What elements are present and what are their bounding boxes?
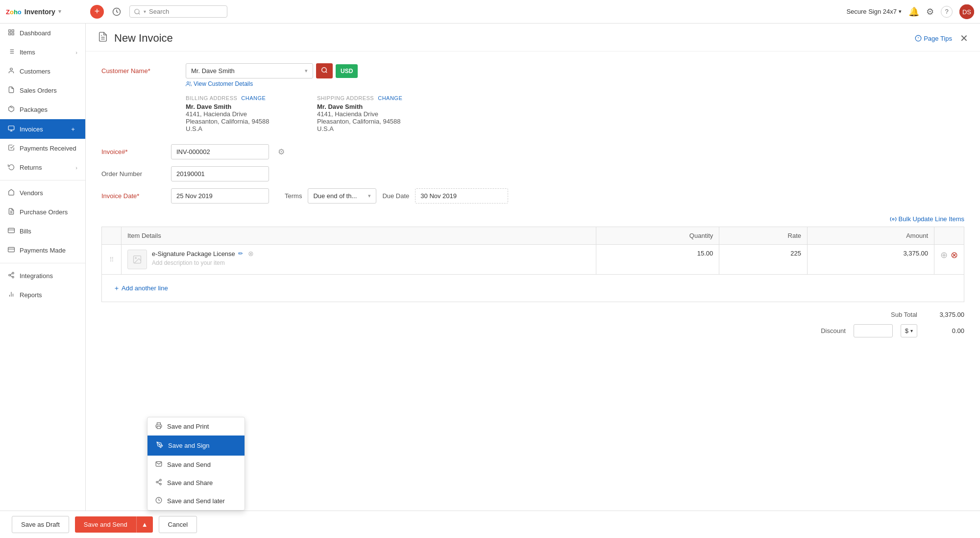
sidebar-label: Purchase Orders — [20, 208, 68, 216]
search-bar[interactable]: ▾ — [129, 5, 227, 18]
terms-select[interactable]: Due end of th... ▾ — [308, 188, 376, 204]
shipping-name: Mr. Dave Smith — [317, 103, 425, 110]
save-send-dropdown-button[interactable]: ▲ — [136, 516, 153, 533]
currency-button[interactable]: USD — [336, 64, 358, 78]
table-header-row: Item Details Quantity Rate Amount — [102, 227, 964, 245]
sidebar-label: Customers — [20, 68, 50, 75]
save-send-button[interactable]: Save and Send — [75, 516, 136, 533]
billing-country: U.S.A — [186, 125, 294, 132]
share-icon — [155, 479, 162, 487]
shipping-change-button[interactable]: CHANGE — [378, 95, 402, 101]
sidebar-label: Packages — [20, 106, 48, 113]
subtotal-label: Sub Total — [858, 311, 917, 318]
col-item-details: Item Details — [122, 227, 596, 245]
shipping-line2: Pleasanton, California, 94588 — [317, 118, 425, 125]
sidebar-item-purchase-orders[interactable]: Purchase Orders — [0, 203, 85, 222]
item-remove-icon[interactable]: ⊗ — [248, 250, 254, 257]
svg-rect-4 — [12, 30, 14, 32]
form-area: Customer Name Mr. Dave Smith ▾ USD — [86, 51, 980, 352]
discount-type-select[interactable]: $ ▾ — [901, 324, 917, 337]
sidebar-item-returns[interactable]: Returns › — [0, 158, 85, 177]
sidebar-item-integrations[interactable]: Integrations — [0, 266, 85, 285]
customer-input-group: Mr. Dave Smith ▾ USD — [186, 63, 343, 78]
send-later-icon — [155, 497, 162, 505]
invoice-date-label: Invoice Date* — [101, 192, 165, 200]
due-date-input[interactable] — [415, 188, 508, 204]
save-send-later-option[interactable]: Save and Send later — [147, 492, 245, 510]
save-print-option[interactable]: Save and Print — [147, 417, 245, 436]
customer-search-button[interactable] — [316, 63, 333, 78]
arrow-icon: › — [75, 50, 77, 55]
invoice-date-row: Invoice Date* Terms Due end of th... ▾ D… — [101, 188, 964, 204]
search-filter-icon: ▾ — [144, 9, 146, 14]
close-button[interactable]: ✕ — [960, 32, 968, 44]
help-icon[interactable]: ? — [941, 6, 953, 18]
discount-row: Discount $ ▾ 0.00 — [778, 321, 964, 340]
sidebar: Dashboard Items › Customers Sales Orders — [0, 24, 86, 511]
invoice-date-input[interactable] — [171, 188, 269, 204]
add-line-button[interactable]: Add another line — [108, 280, 174, 297]
page-tips-button[interactable]: Page Tips — [915, 35, 952, 42]
add-button[interactable]: + — [90, 5, 104, 19]
shipping-country: U.S.A — [317, 125, 425, 132]
sidebar-label: Returns — [20, 164, 42, 171]
item-edit-icon[interactable]: ✏ — [238, 250, 243, 257]
svg-rect-20 — [8, 228, 15, 232]
bell-icon[interactable]: 🔔 — [908, 6, 919, 17]
item-description: Add description to your item — [152, 259, 254, 266]
sidebar-item-payments-received[interactable]: Payments Received — [0, 139, 85, 158]
row-actions: ⊕ ⊗ — [940, 250, 958, 260]
history-button[interactable] — [110, 5, 123, 19]
invoice-number-input[interactable] — [171, 144, 269, 159]
cancel-button[interactable]: Cancel — [159, 516, 197, 533]
svg-point-24 — [12, 272, 14, 274]
sidebar-label: Integrations — [20, 272, 53, 280]
view-customer-link[interactable]: View Customer Details — [186, 80, 343, 87]
sidebar-label: Reports — [20, 291, 42, 299]
print-icon — [155, 422, 162, 431]
bulk-update-button[interactable]: Bulk Update Line Items — [101, 215, 964, 223]
settings-icon[interactable]: ⚙ — [926, 6, 934, 17]
sidebar-item-dashboard[interactable]: Dashboard — [0, 24, 85, 43]
app-logo[interactable]: Zoho Inventory ▾ — [6, 8, 84, 16]
sidebar-item-invoices[interactable]: Invoices + — [0, 119, 85, 139]
page-header-left: New Invoice — [98, 31, 173, 45]
sidebar-item-customers[interactable]: Customers — [0, 62, 85, 81]
save-sign-option[interactable]: Save and Sign — [147, 436, 245, 456]
svg-rect-3 — [9, 30, 11, 32]
svg-rect-6 — [12, 33, 14, 35]
due-date-label: Due Date — [382, 192, 409, 200]
svg-line-50 — [158, 483, 160, 484]
sidebar-item-packages[interactable]: Packages — [0, 100, 85, 119]
sidebar-label: Items — [20, 49, 35, 56]
invoices-add-button[interactable]: + — [69, 125, 77, 133]
save-draft-button[interactable]: Save as Draft — [12, 516, 69, 533]
order-number-row: Order Number — [101, 166, 964, 181]
search-input[interactable] — [149, 8, 218, 15]
customer-select[interactable]: Mr. Dave Smith ▾ — [186, 63, 313, 78]
sign-icon — [156, 441, 163, 450]
payments-received-icon — [8, 144, 15, 153]
save-send-option[interactable]: Save and Send — [147, 456, 245, 474]
row-remove-icon[interactable]: ⊗ — [951, 250, 958, 260]
sidebar-item-items[interactable]: Items › — [0, 43, 85, 62]
sidebar-item-reports[interactable]: Reports — [0, 285, 85, 305]
sidebar-label: Bills — [20, 228, 31, 235]
drag-handle[interactable]: ⠿ — [102, 245, 122, 275]
row-add-icon[interactable]: ⊕ — [940, 250, 948, 260]
save-share-option[interactable]: Save and Share — [147, 474, 245, 492]
billing-line1: 4141, Hacienda Drive — [186, 110, 294, 118]
sidebar-item-sales-orders[interactable]: Sales Orders — [0, 81, 85, 100]
sidebar-item-payments-made[interactable]: Payments Made — [0, 241, 85, 260]
subtotal-row: Sub Total 3,375.00 — [778, 308, 964, 321]
svg-point-42 — [135, 257, 137, 259]
order-number-input[interactable] — [171, 166, 269, 181]
sidebar-item-bills[interactable]: Bills — [0, 222, 85, 241]
billing-change-button[interactable]: CHANGE — [241, 95, 266, 101]
secure-sign-button[interactable]: Secure Sign 24x7 ▾ — [846, 8, 902, 15]
discount-input[interactable] — [854, 324, 893, 337]
sidebar-item-vendors[interactable]: Vendors — [0, 183, 85, 203]
invoice-settings-icon[interactable]: ⚙ — [278, 147, 285, 156]
avatar[interactable] — [959, 4, 974, 19]
divider — [0, 180, 85, 180]
